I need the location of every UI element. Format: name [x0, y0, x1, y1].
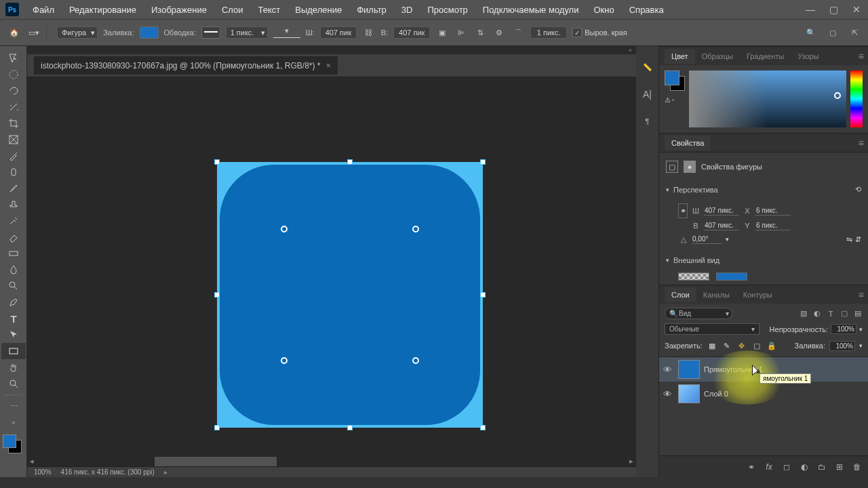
link-wh-icon[interactable]: ⚭	[678, 203, 688, 218]
path-alignment-icon[interactable]: ⊫	[454, 26, 468, 39]
crop-tool[interactable]	[1, 115, 26, 131]
mask-add-icon[interactable]: ◻	[781, 462, 792, 472]
search-icon[interactable]: 🔍	[804, 26, 818, 39]
angle-input[interactable]: 0,00°	[692, 235, 722, 244]
lasso-tool[interactable]	[1, 83, 26, 99]
tab-properties[interactable]: Свойства	[665, 136, 711, 150]
zoom-tool[interactable]	[1, 375, 26, 392]
menu-view[interactable]: Просмотр	[420, 2, 474, 18]
width-input[interactable]: 407 пик	[320, 26, 357, 39]
hand-tool[interactable]	[1, 359, 26, 375]
fx-icon[interactable]: fx	[764, 462, 774, 472]
layer-thumbnail[interactable]	[678, 384, 700, 403]
tab-paths[interactable]: Контуры	[736, 287, 779, 302]
layer-name[interactable]: Слой 0	[704, 390, 728, 398]
delete-layer-icon[interactable]: 🗑	[852, 462, 863, 472]
perspective-section-header[interactable]: Перспектива ⟲	[659, 181, 868, 198]
fill-swatch[interactable]	[140, 26, 159, 39]
adjustment-icon[interactable]: ◐	[799, 462, 810, 472]
filter-smart-icon[interactable]: ▤	[853, 309, 863, 319]
stamp-tool[interactable]	[1, 197, 26, 213]
filter-text-icon[interactable]: T	[826, 309, 835, 319]
color-panel-menu-icon[interactable]: ≡	[859, 51, 864, 62]
lock-all-icon[interactable]: 🔒	[766, 340, 777, 351]
shape-bounding-box[interactable]	[217, 162, 483, 428]
healing-tool[interactable]	[1, 164, 26, 180]
ruler-dock-icon[interactable]: 📏	[640, 60, 655, 75]
frame-tool[interactable]	[1, 131, 26, 148]
menu-3d[interactable]: 3D	[395, 2, 420, 18]
menu-file[interactable]: Файл	[26, 2, 61, 18]
y-prop-input[interactable]: 6 пикс.	[755, 221, 791, 230]
align-edges-checkbox[interactable]: ✓	[572, 28, 582, 37]
lock-position-icon[interactable]: ✥	[736, 340, 747, 351]
gradient-tool[interactable]	[1, 245, 26, 262]
radius-input[interactable]: 1 пикс.	[530, 26, 567, 39]
menu-image[interactable]: Изображение	[144, 2, 214, 18]
link-layers-icon[interactable]: ⚭	[746, 462, 757, 472]
eraser-tool[interactable]	[1, 229, 26, 245]
menu-window[interactable]: Окно	[587, 2, 620, 18]
appearance-section-header[interactable]: Внешний вид	[659, 252, 868, 268]
character-dock-icon[interactable]: A|	[640, 87, 655, 102]
zoom-level[interactable]: 100%	[34, 468, 52, 476]
new-layer-icon[interactable]: ⊞	[834, 462, 845, 472]
share-icon[interactable]: ⇱	[848, 26, 861, 39]
link-dimensions-icon[interactable]: ⛓	[362, 26, 376, 39]
screen-mode-icon[interactable]: ▫	[1, 414, 26, 430]
tab-close-icon[interactable]: ×	[326, 60, 332, 70]
lock-paint-icon[interactable]: ✎	[722, 340, 732, 351]
rectangle-tool[interactable]	[1, 343, 26, 359]
collapse-chevron-icon[interactable]: «	[27, 46, 636, 54]
tool-mode-select[interactable]: Фигура	[57, 26, 98, 39]
lock-artboard-icon[interactable]: ▢	[751, 340, 762, 351]
menu-text[interactable]: Текст	[252, 2, 288, 18]
rounded-rectangle-shape[interactable]	[220, 165, 480, 425]
flip-v-icon[interactable]: ⇵	[855, 235, 861, 244]
menu-plugins[interactable]: Подключаемые модули	[476, 2, 586, 18]
shape-preset-icon[interactable]: ▭▾	[27, 26, 41, 39]
home-icon[interactable]: 🏠	[7, 25, 22, 40]
height-input[interactable]: 407 пик	[393, 26, 430, 39]
filter-pixel-icon[interactable]: ▧	[799, 309, 808, 319]
color-preview[interactable]	[665, 70, 685, 91]
width-prop-input[interactable]: 407 пикс.	[704, 206, 739, 216]
workspace-icon[interactable]: ▢	[826, 26, 840, 39]
canvas[interactable]	[27, 77, 636, 457]
wand-tool[interactable]	[1, 99, 26, 115]
height-prop-input[interactable]: 407 пикс.	[704, 221, 739, 230]
edit-toolbar-icon[interactable]: ⋯	[1, 398, 26, 414]
visibility-toggle-icon[interactable]: 👁	[663, 389, 674, 399]
hue-slider[interactable]	[850, 70, 863, 127]
lock-transparency-icon[interactable]: ▦	[707, 340, 717, 351]
reset-icon[interactable]: ⟲	[855, 185, 861, 194]
eyedropper-tool[interactable]	[1, 148, 26, 164]
layer-thumbnail[interactable]	[678, 360, 700, 379]
layer-name[interactable]: Прямоугольник 1	[704, 365, 763, 373]
properties-panel-menu-icon[interactable]: ≡	[859, 138, 864, 148]
stroke-width-input[interactable]: 1 пикс.	[226, 26, 268, 39]
layer-item-background[interactable]: 👁 Слой 0	[659, 382, 868, 406]
tab-gradients[interactable]: Градиенты	[740, 49, 791, 64]
menu-select[interactable]: Выделение	[288, 2, 349, 18]
opacity-input[interactable]: 100%	[831, 324, 856, 334]
appearance-stroke-swatch[interactable]	[716, 272, 747, 281]
menu-layer[interactable]: Слои	[215, 2, 250, 18]
document-tab[interactable]: istockphoto-1393080930-170667a.jpg @ 100…	[34, 56, 338, 75]
fill-opacity-input[interactable]: 100%	[829, 341, 855, 351]
tab-channels[interactable]: Каналы	[696, 287, 736, 302]
stroke-swatch[interactable]	[201, 26, 220, 39]
paragraph-dock-icon[interactable]: ¶	[640, 114, 655, 129]
minimize-button[interactable]: —	[799, 1, 822, 18]
path-operations-icon[interactable]: ▣	[435, 26, 449, 39]
path-select-tool[interactable]	[1, 327, 26, 343]
blend-mode-select[interactable]: Обычные ▾	[665, 323, 760, 335]
tab-layers[interactable]: Слои	[665, 287, 696, 302]
menu-edit[interactable]: Редактирование	[62, 2, 143, 18]
dodge-tool[interactable]	[1, 278, 26, 294]
horizontal-scrollbar[interactable]	[39, 457, 624, 466]
flip-h-icon[interactable]: ⇋	[846, 235, 852, 244]
pen-tool[interactable]	[1, 294, 26, 310]
menu-help[interactable]: Справка	[623, 2, 671, 18]
color-field[interactable]	[689, 70, 846, 127]
